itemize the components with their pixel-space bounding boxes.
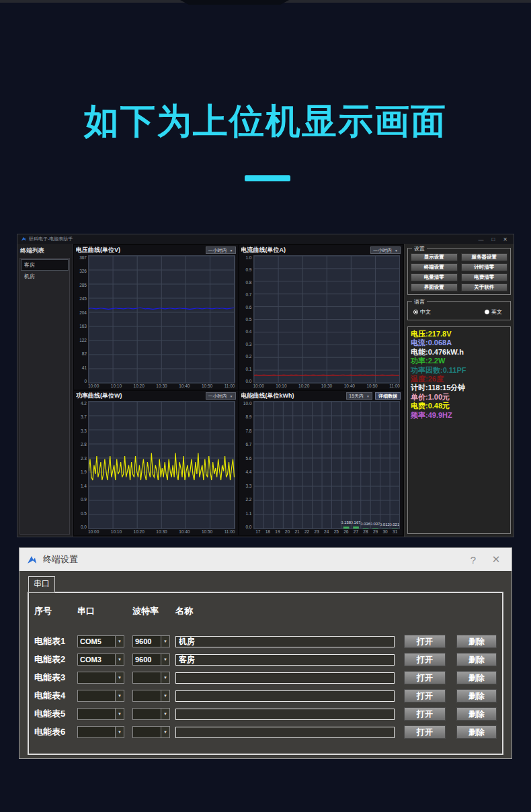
current-chart-title: 电流曲线(单位A): [241, 246, 368, 255]
settings-button[interactable]: 终端设置: [411, 263, 458, 271]
detail-data-button[interactable]: 详细数据: [375, 392, 401, 400]
radio-icon: [485, 310, 489, 314]
meter-label: 电能表6: [34, 726, 77, 738]
open-button[interactable]: 打开: [404, 671, 446, 684]
settings-button[interactable]: 显示设置: [411, 253, 458, 261]
port-select[interactable]: ▼: [77, 690, 124, 702]
dialog-title: 终端设置: [43, 553, 459, 566]
name-input[interactable]: [175, 654, 395, 666]
power-range-select[interactable]: 一小时内 ▼: [206, 392, 236, 400]
table-header: 序号 串口 波特率 名称: [34, 605, 497, 617]
name-input[interactable]: [175, 672, 395, 684]
baud-select[interactable]: ▼: [132, 708, 170, 720]
open-button[interactable]: 打开: [404, 653, 446, 666]
terminal-settings-dialog: 终端设置 ? ✕ 串口 序号 串口 波特率 名称 电能表1 COM5 ▼: [19, 547, 512, 759]
power-x-axis: 10:0010:1010:2010:3010:4010:5011:00: [88, 529, 235, 535]
port-select[interactable]: COM5 ▼: [77, 635, 124, 647]
close-icon[interactable]: ✕: [487, 553, 505, 566]
name-input[interactable]: [175, 690, 395, 702]
port-select-value: [78, 727, 115, 737]
voltage-chart: 电压曲线(单位V) 一小时内 ▼ 36732628524520416312282…: [74, 245, 238, 390]
language-options: 中文 英文: [411, 306, 507, 317]
tab-serial-port[interactable]: 串口: [28, 576, 55, 592]
current-range-value: 一小时内: [373, 247, 392, 254]
close-icon[interactable]: ✕: [503, 236, 507, 242]
delete-button[interactable]: 删除: [456, 653, 497, 666]
maximize-icon[interactable]: □: [491, 236, 495, 242]
terminal-list-item[interactable]: 机房: [21, 271, 69, 282]
dialog-body: 串口 序号 串口 波特率 名称 电能表1 COM5 ▼ 9600: [19, 571, 512, 758]
reading-value: 电能:0.476kW.h: [411, 348, 507, 357]
open-button[interactable]: 打开: [404, 707, 446, 721]
baud-select[interactable]: 9600 ▼: [132, 653, 170, 666]
settings-button[interactable]: 电量清零: [411, 273, 458, 281]
dialog-logo-icon: [26, 555, 38, 565]
current-plot: [253, 255, 401, 384]
meter-rows: 电能表1 COM5 ▼ 9600 ▼ 打开 删除 电能表2: [34, 635, 497, 739]
delete-button[interactable]: 删除: [456, 671, 497, 684]
open-button[interactable]: 打开: [404, 635, 446, 648]
port-select[interactable]: COM3 ▼: [77, 653, 124, 666]
chevron-down-icon: ▼: [230, 249, 233, 253]
settings-group: 设置 显示设置服务器设置终端设置计时清零电量清零电费清零界面设置关于软件: [407, 248, 511, 295]
power-range-value: 一小时内: [208, 393, 227, 400]
radio-chinese[interactable]: 中文: [413, 308, 431, 316]
energy-range-select[interactable]: 15天内 ▼: [346, 392, 372, 400]
baud-select[interactable]: ▼: [132, 726, 170, 738]
name-input[interactable]: [175, 727, 395, 738]
open-button[interactable]: 打开: [404, 689, 446, 703]
terminal-list-item[interactable]: 客房: [21, 259, 69, 271]
chevron-down-icon[interactable]: ▼: [161, 654, 169, 665]
port-select[interactable]: ▼: [77, 672, 124, 684]
language-group: 语言 中文 英文: [407, 301, 511, 320]
chevron-down-icon[interactable]: ▼: [115, 654, 124, 665]
radio-english-label: 英文: [491, 308, 502, 316]
chevron-down-icon[interactable]: ▼: [115, 727, 124, 737]
chevron-down-icon[interactable]: ▼: [115, 690, 124, 701]
radio-english[interactable]: 英文: [485, 308, 502, 316]
name-input[interactable]: [175, 709, 395, 720]
power-chart: 功率曲线(单位W) 一小时内 ▼ 4.23.73.32.82.31.91.40.…: [74, 391, 238, 535]
app-logo-icon: [21, 236, 26, 242]
energy-chart: 电能曲线(单位kWh) 15天内 ▼ 详细数据 10.08.97.86.75.6…: [239, 391, 403, 535]
port-select[interactable]: ▼: [77, 726, 124, 738]
baud-select[interactable]: 9600 ▼: [132, 635, 170, 647]
settings-button[interactable]: 关于软件: [461, 283, 508, 291]
baud-select[interactable]: ▼: [132, 672, 170, 684]
chevron-down-icon[interactable]: ▼: [115, 709, 124, 719]
chevron-down-icon[interactable]: ▼: [161, 636, 169, 647]
delete-button[interactable]: 删除: [456, 707, 497, 721]
power-chart-header: 功率曲线(单位W) 一小时内 ▼: [74, 391, 238, 401]
settings-button[interactable]: 服务器设置: [461, 253, 508, 261]
current-range-select[interactable]: 一小时内 ▼: [370, 246, 401, 254]
settings-group-label: 设置: [412, 245, 427, 253]
delete-button[interactable]: 删除: [456, 689, 497, 703]
chevron-down-icon: ▼: [230, 394, 233, 398]
power-chart-body: 4.23.73.32.82.31.91.40.90.50.0: [74, 401, 238, 529]
chevron-down-icon[interactable]: ▼: [161, 690, 169, 701]
help-icon[interactable]: ?: [464, 554, 482, 566]
reading-value: 电费:0.48元: [411, 402, 507, 410]
meter-label: 电能表1: [34, 635, 77, 647]
name-input[interactable]: [175, 636, 395, 647]
chevron-down-icon[interactable]: ▼: [115, 636, 124, 647]
open-button[interactable]: 打开: [404, 725, 446, 739]
chevron-down-icon[interactable]: ▼: [161, 672, 169, 683]
port-select[interactable]: ▼: [77, 708, 124, 720]
settings-button[interactable]: 界面设置: [411, 283, 458, 291]
delete-button[interactable]: 删除: [456, 635, 497, 648]
chevron-down-icon[interactable]: ▼: [161, 709, 169, 719]
delete-button[interactable]: 删除: [456, 725, 497, 739]
settings-buttons: 显示设置服务器设置终端设置计时清零电量清零电费清零界面设置关于软件: [411, 253, 507, 291]
readings-panel: 电压:217.8V电流:0.068A电能:0.476kW.h功率:2.2W功率因…: [407, 326, 511, 534]
power-chart-title: 功率曲线(单位W): [76, 392, 203, 400]
chevron-down-icon[interactable]: ▼: [161, 727, 169, 737]
voltage-range-select[interactable]: 一小时内 ▼: [206, 246, 236, 254]
chevron-down-icon[interactable]: ▼: [115, 672, 124, 683]
settings-button[interactable]: 计时清零: [461, 263, 508, 271]
settings-button[interactable]: 电费清零: [461, 273, 508, 281]
minimize-icon[interactable]: —: [478, 236, 483, 242]
baud-select[interactable]: ▼: [132, 690, 170, 702]
table-row: 电能表2 COM3 ▼ 9600 ▼ 打开 删除: [34, 653, 497, 666]
column-port: 串口: [77, 605, 132, 617]
